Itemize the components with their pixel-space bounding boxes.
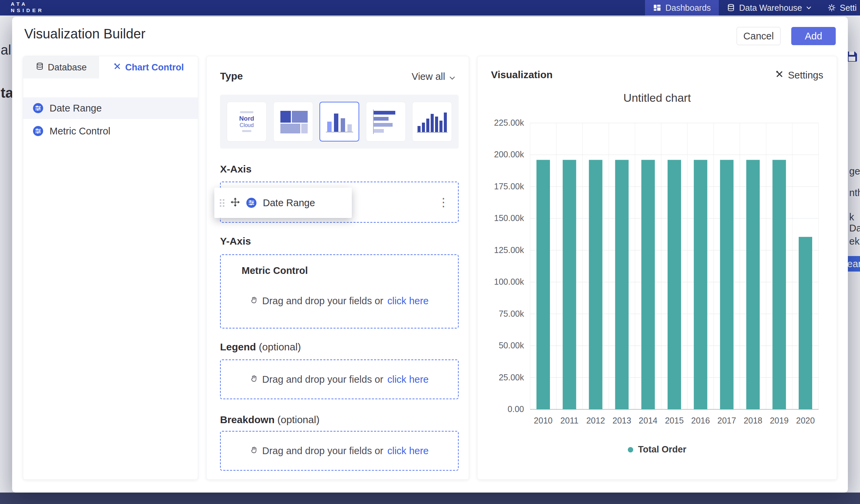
nav-dashboards-label: Dashboards [665,3,711,13]
y-tick-label: 100.00k [494,277,524,286]
dashboards-icon [653,4,661,12]
view-all-dropdown[interactable]: View all [412,71,455,82]
drag-hand-icon [250,296,258,306]
drop-hint: Drag and drop your fields or click here [250,445,429,457]
drop-hint-text: Drag and drop your fields or [262,445,383,457]
x-tick-label: 2016 [691,416,710,425]
field-item-label: Date Range [49,103,102,114]
x-axis-section-label: X-Axis [220,163,252,175]
control-icon [33,126,43,136]
nav-settings[interactable]: Setti [820,0,860,15]
tab-chart-control-label: Chart Control [125,62,184,73]
visualization-panel: Visualization Settings Untitled chart 0.… [477,56,837,480]
y-tick-label: 225.00k [494,118,524,127]
column-chart-icon [417,111,447,133]
chart-type-wordcloud[interactable]: Nord Cloud [227,102,267,142]
click-here-link[interactable]: click here [387,296,429,306]
app-footer [0,492,860,504]
settings-label: Settings [788,70,823,81]
dragged-field-chip[interactable]: Date Range [214,188,352,218]
nav-data-warehouse[interactable]: Data Warehouse [719,0,820,15]
chart-bar [589,160,603,409]
chart-bar [641,160,655,409]
background-text-fragment: ta [1,85,13,101]
x-tick-label: 2020 [796,416,815,425]
chart-type-column[interactable] [412,102,452,142]
chart-type-treemap[interactable] [273,102,313,142]
drag-hand-icon [250,445,258,457]
y-tick-label: 50.00k [499,341,524,350]
chart-bar [694,160,707,409]
drop-hint-text: Drag and drop your fields or [262,374,383,385]
tab-database[interactable]: Database [23,56,99,78]
background-text-fragment: nthly [849,187,860,199]
click-here-link[interactable]: click here [387,374,429,385]
dragged-field-label: Date Range [263,198,315,208]
background-text-fragment: k Date [849,212,860,234]
database-icon [36,62,44,73]
x-tick-label: 2014 [639,416,658,425]
logo-line2: NSIDER [11,7,44,13]
tab-database-label: Database [48,62,87,73]
kebab-menu-icon[interactable]: ⋮ [438,196,449,209]
chevron-down-icon [806,6,812,10]
app-logo: ATA NSIDER [11,1,44,13]
chart-bar [799,237,812,409]
chart-bar [563,160,576,409]
nav-dashboards[interactable]: Dashboards [645,0,719,15]
visualization-builder-modal: Visualization Builder Cancel Add Databas… [12,17,848,492]
y-axis-section-label: Y-Axis [220,235,251,247]
tools-icon [113,62,121,73]
y-tick-label: 0.00 [507,404,524,414]
horizontal-bar-icon [373,110,399,134]
settings-button[interactable]: Settings [775,70,823,81]
visualization-heading: Visualization [491,69,553,81]
y-tick-label: 150.00k [494,213,524,223]
nav-settings-label: Setti [840,3,857,13]
drop-hint: Drag and drop your fields or click here [221,296,458,306]
y-tick-label: 75.00k [499,309,524,318]
move-icon [230,198,240,208]
cancel-button[interactable]: Cancel [737,27,780,45]
x-tick-label: 2011 [560,416,578,425]
y-tick-label: 125.00k [494,245,524,255]
background-text-fragment: ekly [849,236,860,247]
drop-hint-text: Drag and drop your fields or [262,296,383,306]
x-tick-label: 2018 [744,416,763,425]
nav-data-warehouse-label: Data Warehouse [739,3,802,13]
chart-type-list: Nord Cloud [220,95,459,148]
control-icon [33,103,43,114]
field-item-date-range[interactable]: Date Range [23,97,198,119]
fields-tabs: Database Chart Control [23,56,198,78]
gear-icon [828,4,836,12]
logo-line1: ATA [11,1,44,7]
click-here-link[interactable]: click here [387,445,429,457]
field-item-label: Metric Control [49,126,111,137]
fields-panel: Database Chart Control Date Range Metric… [23,56,198,480]
background-text-fragment: ge [849,166,860,177]
y-axis-group-label: Metric Control [242,265,308,276]
app-header: ATA NSIDER Dashboards Data Warehouse Set… [0,0,860,15]
legend-dropzone[interactable]: Drag and drop your fields or click here [220,359,459,399]
bar-chart-svg: 0.0025.00k50.00k75.00k100.00k125.00k150.… [487,112,827,435]
field-item-metric-control[interactable]: Metric Control [23,120,198,142]
x-tick-label: 2015 [665,416,684,425]
tab-chart-control[interactable]: Chart Control [99,56,198,78]
chart-bar [615,160,629,409]
wordcloud-icon: Nord Cloud [239,110,254,134]
chart-type-horizontal-bar[interactable] [366,102,406,142]
add-button[interactable]: Add [791,27,836,45]
modal-title: Visualization Builder [24,26,145,41]
y-tick-label: 25.00k [499,373,524,382]
chart-bar [536,160,550,409]
y-tick-label: 175.00k [494,182,524,191]
y-axis-dropzone[interactable]: Metric Control Drag and drop your fields… [220,254,459,329]
x-tick-label: 2013 [613,416,632,425]
drag-handle-icon [220,199,225,207]
x-tick-label: 2010 [534,416,553,425]
chart-type-bar[interactable] [319,102,359,142]
x-tick-label: 2017 [717,416,736,425]
chart-bar [720,160,734,409]
breakdown-dropzone[interactable]: Drag and drop your fields or click here [220,431,459,471]
chart-area: 0.0025.00k50.00k75.00k100.00k125.00k150.… [487,112,827,436]
